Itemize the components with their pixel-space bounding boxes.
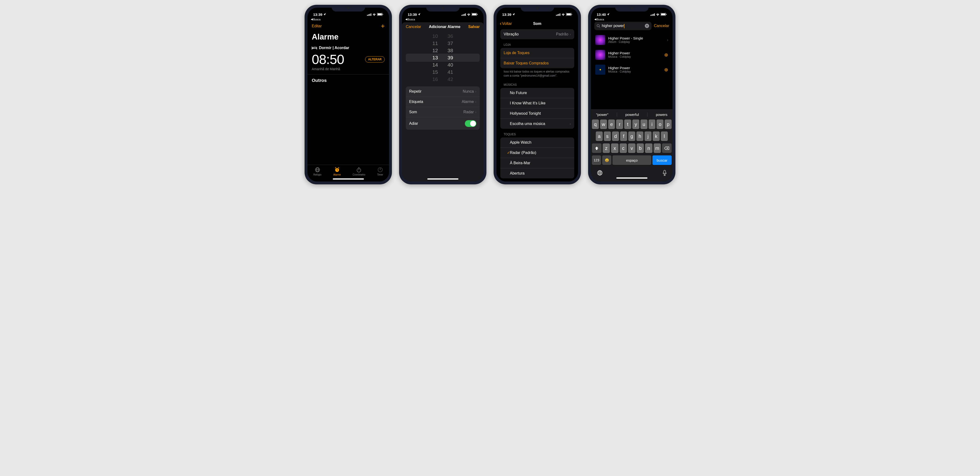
signal-icon	[556, 13, 560, 16]
key-e[interactable]: e	[608, 120, 615, 129]
search-result-song[interactable]: Higher Power Música · Coldplay ⊕	[591, 62, 673, 77]
vibration-row[interactable]: Vibração Padrão›	[500, 29, 574, 39]
edit-button[interactable]: Editar	[312, 24, 322, 28]
suggestion[interactable]: powerful	[625, 113, 639, 117]
key-d[interactable]: d	[612, 131, 619, 141]
key-v[interactable]: v	[628, 144, 635, 153]
repeat-row[interactable]: Repetir Nunca›	[406, 86, 480, 97]
home-indicator[interactable]	[616, 177, 648, 179]
svg-rect-24	[557, 14, 558, 16]
chevron-right-icon: ›	[570, 32, 571, 36]
breadcrumb-back[interactable]: ◀Busca	[307, 18, 389, 21]
cancel-button[interactable]: Cancelar	[406, 25, 421, 29]
key-a[interactable]: a	[596, 131, 603, 141]
key-b[interactable]: b	[637, 144, 644, 153]
suggestion[interactable]: "power"	[596, 113, 608, 117]
key-c[interactable]: c	[620, 144, 627, 153]
status-time: 13:40	[597, 13, 606, 16]
tab-clock[interactable]: Relógio	[313, 167, 321, 176]
song-item[interactable]: Hollywood Tonight	[500, 109, 574, 119]
search-input[interactable]: higher power ✕	[594, 22, 652, 30]
globe-icon[interactable]	[597, 170, 603, 176]
cancel-search-button[interactable]: Cancelar	[654, 24, 669, 28]
snooze-toggle[interactable]	[465, 120, 476, 127]
wifi-icon	[372, 13, 376, 16]
key-backspace[interactable]	[662, 144, 671, 153]
svg-rect-44	[664, 170, 666, 174]
search-result-album[interactable]: Higher Power - Single Álbum · Coldplay ›	[591, 33, 673, 47]
key-y[interactable]: y	[632, 120, 639, 129]
key-t[interactable]: t	[624, 120, 631, 129]
key-j[interactable]: j	[644, 131, 652, 141]
tab-alarm[interactable]: Alarme	[333, 167, 341, 176]
search-icon	[597, 24, 600, 28]
search-result-song[interactable]: Higher Power Música · Coldplay ⊕	[591, 47, 673, 62]
key-w[interactable]: w	[600, 120, 607, 129]
choose-song-row[interactable]: Escolha uma música›	[500, 119, 574, 129]
snooze-row: Adiar	[406, 117, 480, 130]
store-header: LOJA	[496, 39, 578, 48]
key-u[interactable]: u	[641, 120, 648, 129]
mic-icon[interactable]	[662, 170, 667, 176]
svg-rect-32	[653, 14, 654, 16]
key-z[interactable]: z	[603, 144, 610, 153]
key-shift[interactable]	[592, 144, 601, 153]
key-emoji[interactable]: 😀	[602, 155, 611, 165]
breadcrumb-back[interactable]: ◀Busca	[591, 18, 673, 21]
tone-item[interactable]: Abertura	[500, 168, 574, 178]
song-item[interactable]: I Know What It's Like	[500, 98, 574, 109]
alarm-icon	[334, 167, 340, 173]
hour-picker[interactable]: 10 11 12 13 14 15 16	[432, 33, 438, 83]
battery-icon	[660, 13, 667, 16]
minute-picker[interactable]: 36 37 38 39 40 41 42	[448, 33, 453, 83]
suggestion[interactable]: powers	[656, 113, 667, 117]
key-r[interactable]: r	[616, 120, 623, 129]
time-picker[interactable]: 10 11 12 13 14 15 16 36 37 38 39 40	[402, 34, 484, 81]
back-button[interactable]: ‹ Voltar	[500, 21, 512, 27]
location-icon	[418, 13, 421, 16]
home-indicator[interactable]	[333, 178, 364, 180]
key-s[interactable]: s	[604, 131, 611, 141]
svg-point-37	[597, 24, 599, 27]
key-o[interactable]: o	[657, 120, 663, 129]
svg-rect-28	[566, 13, 571, 15]
key-g[interactable]: g	[628, 131, 635, 141]
key-p[interactable]: p	[665, 120, 671, 129]
home-indicator[interactable]	[427, 178, 458, 180]
tone-item[interactable]: Apple Watch	[500, 137, 574, 148]
key-space[interactable]: espaço	[612, 155, 651, 165]
save-button[interactable]: Salvar	[468, 25, 480, 29]
bed-icon	[312, 46, 317, 50]
tone-store-link[interactable]: Loja de Toques	[500, 48, 574, 58]
key-n[interactable]: n	[645, 144, 652, 153]
svg-rect-2	[369, 14, 370, 16]
chevron-right-icon: ›	[475, 100, 476, 104]
label-row[interactable]: Etiqueta Alarme›	[406, 97, 480, 107]
tone-item[interactable]: À Beira-Mar	[500, 158, 574, 168]
modal-title: Adicionar Alarme	[429, 25, 461, 29]
add-song-button[interactable]: ⊕	[664, 52, 668, 58]
tab-timer[interactable]: Timer	[377, 167, 383, 176]
key-l[interactable]: l	[661, 131, 668, 141]
svg-rect-35	[661, 13, 665, 15]
tab-stopwatch[interactable]: Cronômetro	[353, 167, 365, 176]
key-i[interactable]: i	[649, 120, 655, 129]
key-h[interactable]: h	[636, 131, 643, 141]
key-x[interactable]: x	[611, 144, 619, 153]
chevron-left-icon: ‹	[500, 21, 501, 27]
key-m[interactable]: m	[654, 144, 661, 153]
key-search[interactable]: buscar	[652, 155, 671, 165]
breadcrumb-back[interactable]: ◀Busca	[402, 18, 484, 21]
clear-search-button[interactable]: ✕	[645, 24, 649, 28]
key-123[interactable]: 123	[592, 155, 601, 165]
sound-row[interactable]: Som Radar›	[406, 107, 480, 117]
add-song-button[interactable]: ⊕	[664, 67, 668, 73]
add-button[interactable]: +	[381, 22, 385, 30]
change-button[interactable]: ALTERAR	[365, 56, 385, 62]
key-f[interactable]: f	[620, 131, 627, 141]
key-k[interactable]: k	[653, 131, 660, 141]
song-item[interactable]: No Future	[500, 88, 574, 98]
tone-item-selected[interactable]: ✓Radar (Padrão)	[500, 148, 574, 158]
download-tones-link[interactable]: Baixar Toques Comprados	[500, 58, 574, 68]
key-q[interactable]: q	[592, 120, 599, 129]
